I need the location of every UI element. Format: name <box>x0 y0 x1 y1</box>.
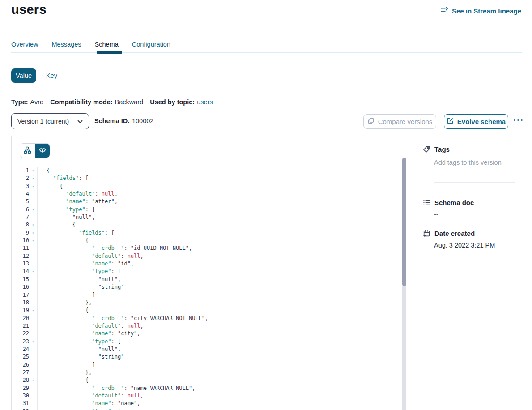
code-text: }, <box>38 369 92 376</box>
tree-view-button[interactable] <box>20 144 35 158</box>
line-number: 23 <box>14 338 29 346</box>
code-text: { <box>38 376 89 384</box>
line-number: 5 <box>14 198 29 205</box>
compatibility-field: Compatibility mode:Backward <box>50 98 143 106</box>
code-line: 27 }, <box>14 369 401 376</box>
line-number: 7 <box>14 214 29 221</box>
code-line: 15 "null", <box>14 276 401 283</box>
fold-spacer <box>29 322 38 330</box>
code-line: 8▾ { <box>14 221 401 229</box>
tags-input[interactable] <box>434 159 519 171</box>
fold-spacer <box>29 330 38 337</box>
compare-versions-button[interactable]: Compare versions <box>363 114 436 129</box>
schema-meta: Type:Avro Compatibility mode:Backward Us… <box>11 98 213 106</box>
fold-arrow-icon[interactable]: ▾ <box>29 221 38 229</box>
code-text: "name": "name", <box>38 400 140 407</box>
sidebar-divider <box>434 182 515 183</box>
line-number: 12 <box>14 252 29 260</box>
type-value: Avro <box>30 98 44 106</box>
line-number: 3 <box>14 183 29 190</box>
code-line: 5 "name": "after", <box>14 198 401 205</box>
ellipsis-icon <box>521 119 523 121</box>
line-number: 16 <box>14 283 29 291</box>
ellipsis-icon <box>517 119 519 121</box>
fold-spacer <box>29 260 38 268</box>
line-number: 18 <box>14 299 29 307</box>
schema-id-value: 100002 <box>132 117 153 124</box>
fold-arrow-icon[interactable]: ▾ <box>29 408 38 410</box>
code-text: "type": [ <box>38 268 121 275</box>
more-actions-button[interactable] <box>514 119 523 121</box>
line-number: 17 <box>14 291 29 299</box>
tab-configuration[interactable]: Configuration <box>132 41 170 48</box>
version-select[interactable]: Version 1 (current) <box>11 113 89 129</box>
tab-messages[interactable]: Messages <box>51 41 81 48</box>
fold-spacer <box>29 283 38 291</box>
fold-arrow-icon[interactable]: ▾ <box>29 268 38 275</box>
fold-spacer <box>29 346 38 353</box>
compatibility-value: Backward <box>115 98 144 106</box>
code-line: 6▾ "type": [ <box>14 206 401 214</box>
tab-schema[interactable]: Schema <box>95 41 119 48</box>
code-line: 32▾ "type": [ <box>14 408 401 410</box>
fold-spacer <box>29 400 38 407</box>
fold-spacer <box>29 252 38 260</box>
code-text: { <box>38 167 50 175</box>
date-created-value: Aug. 3 2022 3:21 PM <box>434 242 519 249</box>
line-number: 11 <box>14 244 29 252</box>
evolve-schema-button[interactable]: Evolve schema <box>444 114 508 129</box>
line-number: 21 <box>14 322 29 330</box>
fold-arrow-icon[interactable]: ▾ <box>29 237 38 244</box>
used-by-topic-field: Used by topic:users <box>150 98 213 106</box>
editor-scrollbar-thumb[interactable] <box>402 158 406 286</box>
code-lines: 1▾{2▾ "fields": [3▾ {4 "default": null,5… <box>14 167 401 410</box>
fold-arrow-icon[interactable]: ▾ <box>29 376 38 384</box>
code-text: "string" <box>38 353 124 361</box>
schema-id-label: Schema ID: <box>94 117 130 124</box>
editor-scrollbar-track[interactable] <box>402 158 406 410</box>
fold-arrow-icon[interactable]: ▾ <box>29 183 38 190</box>
topic-link[interactable]: users <box>197 98 213 106</box>
tab-overview[interactable]: Overview <box>11 41 38 48</box>
date-created-section-header: Date created <box>423 230 519 237</box>
line-number: 31 <box>14 400 29 407</box>
code-line: 2▾ "fields": [ <box>14 175 401 182</box>
code-text: "null", <box>38 346 121 353</box>
type-label: Type: <box>11 98 28 106</box>
code-line: 7 "null", <box>14 214 401 221</box>
line-number: 30 <box>14 392 29 400</box>
line-number: 29 <box>14 384 29 392</box>
code-text: "name": "city", <box>38 330 140 337</box>
line-number: 19 <box>14 307 29 314</box>
fold-arrow-icon[interactable]: ▾ <box>29 167 38 175</box>
fold-arrow-icon[interactable]: ▾ <box>29 229 38 237</box>
code-text: "type": [ <box>38 206 95 214</box>
line-number: 32 <box>14 408 29 410</box>
fold-arrow-icon[interactable]: ▾ <box>29 307 38 314</box>
line-number: 9 <box>14 229 29 237</box>
stream-lineage-link[interactable]: See in Stream lineage <box>441 7 521 15</box>
line-number: 25 <box>14 353 29 361</box>
used-by-topic-label: Used by topic: <box>150 98 195 106</box>
fold-spacer <box>29 190 38 198</box>
key-toggle-button[interactable]: Key <box>46 72 57 79</box>
code-line: 29 "__crdb__": "name VARCHAR NULL", <box>14 384 401 392</box>
code-line: 14▾ "type": [ <box>14 268 401 275</box>
code-text: "__crdb__": "id UUID NOT NULL", <box>38 244 192 252</box>
view-toggle <box>20 143 50 158</box>
fold-arrow-icon[interactable]: ▾ <box>29 338 38 346</box>
value-toggle-button[interactable]: Value <box>11 68 36 83</box>
fold-arrow-icon[interactable]: ▾ <box>29 206 38 214</box>
code-text: { <box>38 307 89 314</box>
tags-title: Tags <box>434 145 450 153</box>
fold-arrow-icon[interactable]: ▾ <box>29 175 38 182</box>
fold-spacer <box>29 214 38 221</box>
version-select-value: Version 1 (current) <box>17 118 69 125</box>
code-text: { <box>38 221 76 229</box>
code-text: "default": null, <box>38 322 144 330</box>
code-text: "name": "id", <box>38 260 134 268</box>
code-view-button[interactable] <box>35 144 50 158</box>
line-number: 10 <box>14 237 29 244</box>
fold-spacer <box>29 244 38 252</box>
line-number: 20 <box>14 315 29 322</box>
